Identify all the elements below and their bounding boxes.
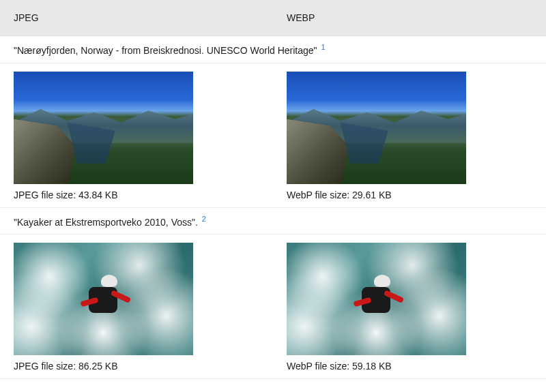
comparison-table: JPEG WEBP "Nærøyfjorden, Norway - from B… [0,0,546,379]
jpeg-cell: JPEG file size: 86.25 KB [0,235,273,378]
jpeg-filesize: JPEG file size: 43.84 KB [14,190,259,200]
webp-image [287,243,466,355]
header-webp: WEBP [273,0,546,35]
footnote-link[interactable]: 1 [321,43,325,51]
jpeg-image [14,243,193,355]
webp-image [287,72,466,184]
jpeg-image [14,72,193,184]
jpeg-filesize: JPEG file size: 86.25 KB [14,361,259,372]
caption-row: "Nærøyfjorden, Norway - from Breiskredno… [0,36,546,63]
image-row: JPEG file size: 86.25 KB WebP file size:… [0,235,546,379]
caption-row: "Kayaker at Ekstremsportveko 2010, Voss"… [0,208,546,235]
webp-filesize: WebP file size: 59.18 KB [287,361,532,372]
webp-filesize: WebP file size: 29.61 KB [287,190,532,200]
webp-cell: WebP file size: 29.61 KB [273,63,546,207]
header-jpeg: JPEG [0,0,273,35]
image-caption: "Kayaker at Ekstremsportveko 2010, Voss"… [14,216,198,227]
table-header-row: JPEG WEBP [0,0,546,36]
image-caption: "Nærøyfjorden, Norway - from Breiskredno… [14,45,317,56]
footnote-link[interactable]: 2 [202,215,206,223]
webp-cell: WebP file size: 59.18 KB [273,235,546,378]
jpeg-cell: JPEG file size: 43.84 KB [0,63,273,207]
image-row: JPEG file size: 43.84 KB WebP file size:… [0,63,546,208]
